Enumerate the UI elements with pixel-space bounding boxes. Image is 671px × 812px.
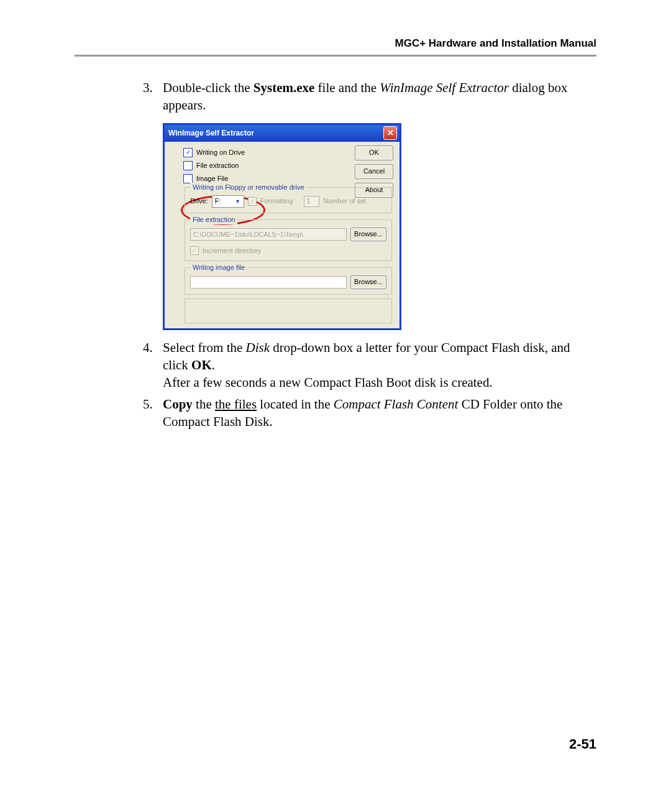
t: System.exe xyxy=(253,80,315,95)
t: Select from the xyxy=(163,340,246,355)
ok-button[interactable]: OK xyxy=(355,145,393,160)
number-of-set-label: Number of set xyxy=(323,196,366,206)
checkbox-label: Image File xyxy=(196,174,228,183)
increment-row: ✓ Increment directory xyxy=(190,246,386,256)
group-legend: Writing on Floppy or removable drive xyxy=(190,183,307,192)
titlebar-title: WinImage Self Extractor xyxy=(168,128,254,138)
path-row: C:\DOCUME~1\ido\LOCALS~1\Temp\ Browse... xyxy=(190,228,386,241)
browse-button[interactable]: Browse... xyxy=(350,275,386,289)
t: file and the xyxy=(318,80,380,95)
step-number: 4. xyxy=(143,339,163,392)
group-file-extraction: File extraction C:\DOCUME~1\ido\LOCALS~1… xyxy=(185,219,392,261)
image-file-field[interactable] xyxy=(190,276,347,288)
winimage-dialog: WinImage Self Extractor ✕ ✓ Writing on D… xyxy=(163,123,401,330)
page: MGC+ Hardware and Installation Manual 3.… xyxy=(0,0,671,812)
formatting-checkbox: ✓ xyxy=(248,197,257,206)
running-header: MGC+ Hardware and Installation Manual xyxy=(75,37,596,50)
close-button[interactable]: ✕ xyxy=(383,126,397,140)
page-number: 2-51 xyxy=(569,736,596,752)
increment-directory-label: Increment directory xyxy=(203,246,261,256)
checkbox-label: File extraction xyxy=(196,161,239,170)
path-field: C:\DOCUME~1\ido\LOCALS~1\Temp\ xyxy=(190,228,347,241)
step-3: 3. Double-click the System.exe file and … xyxy=(143,79,596,114)
step-text: Select from the Disk drop-down box a let… xyxy=(163,339,596,392)
group-legend: Writing image file xyxy=(190,263,247,272)
dialog-client: ✓ Writing on Drive File extraction Image… xyxy=(165,142,399,328)
checkbox-writing-on-drive[interactable]: ✓ xyxy=(183,148,193,157)
chevron-down-icon: ▾ xyxy=(234,197,242,206)
titlebar[interactable]: WinImage Self Extractor ✕ xyxy=(165,125,399,142)
browse-button[interactable]: Browse... xyxy=(350,228,386,241)
step-4: 4. Select from the Disk drop-down box a … xyxy=(143,339,596,392)
step-number: 5. xyxy=(143,395,163,431)
t: the files xyxy=(215,397,257,412)
t: Copy xyxy=(163,397,193,412)
step-5: 5. Copy the the files located in the Com… xyxy=(143,395,596,431)
drive-row: Drive: F: ▾ ✓ Formatting 1 Number of set xyxy=(190,195,386,208)
t: . xyxy=(212,358,215,372)
drive-label: Drive: xyxy=(190,196,208,206)
checkbox-label: Writing on Drive xyxy=(196,148,245,157)
figure-winimage-dialog: WinImage Self Extractor ✕ ✓ Writing on D… xyxy=(163,123,596,330)
group-writing-floppy: Writing on Floppy or removable drive Dri… xyxy=(185,187,392,213)
number-of-set-input: 1 xyxy=(304,196,319,207)
checkbox-image-file[interactable] xyxy=(183,174,193,183)
group-legend: File extraction xyxy=(190,215,237,224)
increment-directory-checkbox: ✓ xyxy=(190,246,199,255)
checkbox-file-extraction[interactable] xyxy=(183,161,193,170)
image-file-row: Browse... xyxy=(190,275,386,289)
status-box xyxy=(185,298,392,323)
close-icon: ✕ xyxy=(387,129,394,137)
body-text: 3. Double-click the System.exe file and … xyxy=(75,79,596,430)
step-text: Copy the the files located in the Compac… xyxy=(163,395,596,431)
t: Compact Flash Content xyxy=(334,397,459,412)
t: located in the xyxy=(260,397,333,412)
t: Disk xyxy=(246,340,270,355)
t: OK xyxy=(191,358,212,372)
cancel-button[interactable]: Cancel xyxy=(355,164,393,179)
t: WinImage Self Extractor xyxy=(380,80,509,95)
t: After a few seconds a new Compact Flash … xyxy=(163,375,493,390)
group-writing-image-file: Writing image file Browse... xyxy=(185,267,392,295)
t: the xyxy=(196,397,215,412)
drive-select[interactable]: F: ▾ xyxy=(212,195,244,208)
step-text: Double-click the System.exe file and the… xyxy=(163,79,596,114)
t: Double-click the xyxy=(163,80,253,95)
step-number: 3. xyxy=(143,79,163,114)
header-rule xyxy=(75,55,596,57)
drive-value: F: xyxy=(215,196,221,206)
formatting-label: Formatting xyxy=(260,196,293,206)
